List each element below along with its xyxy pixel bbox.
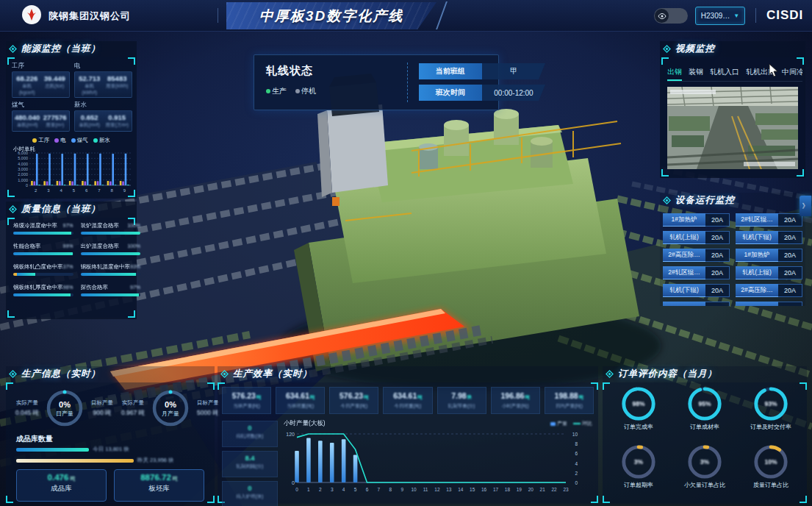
heat-number-select[interactable]: H2309… ▼ [695, 7, 745, 25]
donut-label: 订单成材率 [673, 423, 736, 431]
legend-dot-icon [32, 138, 37, 143]
tile-unit: 吨 [310, 394, 315, 399]
metric-value: 277576 [43, 113, 67, 121]
today-bar [16, 448, 89, 452]
tile-label: 小时产量(吨) [492, 403, 539, 410]
title-plate: 中厚板3D数字化产线 [226, 2, 436, 29]
progress-track [13, 273, 73, 276]
metric-label: 单耗(kWh/t) [77, 83, 102, 95]
tile-value: 634.61吨 [384, 391, 431, 401]
legend-label: 新水 [99, 137, 110, 144]
header-divider [755, 8, 756, 23]
svg-text:0: 0 [295, 487, 298, 492]
orders-panel-title: 订单评价内容（当月） [603, 366, 807, 381]
video-tab-0[interactable]: 出钢 [667, 65, 682, 81]
tile-label: 待入炉坯(块) [223, 493, 276, 500]
svg-text:2: 2 [575, 471, 578, 476]
efficiency-side-tile: 0待入炉坯(块) [222, 481, 278, 506]
device-chip[interactable]: 轧机(下辊)20A [736, 231, 802, 244]
diamond-icon [606, 370, 614, 378]
device-chip[interactable]: 1#加热炉20A [663, 213, 730, 227]
svg-text:5,000: 5,000 [18, 156, 28, 160]
energy-quadrant: 电52.713单耗(kWh/t)85483用量(kWh) [74, 62, 132, 98]
device-chip-label: 2#高压除… [663, 249, 705, 262]
video-tab-3[interactable]: 轧机出口 [746, 65, 775, 81]
quality-metric: 出炉温度合格率100% [81, 243, 141, 255]
visibility-toggle[interactable] [654, 8, 688, 24]
efficiency-tile: 576.23吨当班产量(吨) [222, 387, 271, 414]
progress-fill [13, 273, 35, 276]
legend-label: 电 [60, 137, 66, 144]
ring-gauge: 0% 月产量 [151, 388, 190, 428]
video-tab-1[interactable]: 装钢 [689, 65, 703, 81]
svg-text:20: 20 [528, 487, 534, 492]
quality-metric-row: 出炉温度合格率100% [81, 243, 141, 250]
svg-text:13: 13 [446, 487, 452, 492]
metric-value: 0.915 [105, 113, 130, 121]
progress-fill [13, 252, 73, 255]
order-donut: 98%订单完成率 [607, 385, 670, 443]
shift-team-badge: 当前班组甲 [419, 63, 545, 79]
legend-label: 煤气 [77, 137, 88, 144]
quality-metric-label: 钢板终轧温度命中率 [81, 263, 131, 271]
quality-metric-value: 99% [63, 243, 73, 249]
quadrant-cell: 277576用量(m³) [43, 113, 67, 129]
video-tab-2[interactable]: 轧机入口 [710, 65, 739, 81]
shift-time-badge: 班次时间00:00-12:00 [419, 85, 545, 101]
device-chip[interactable]: 2#轧区辊…20A [663, 266, 730, 279]
quality-metric-row: 装炉温度合格率100% [81, 222, 141, 229]
quadrant-cell: 85483用量(kWh) [105, 74, 130, 95]
efficiency-panel-title: 生产效率（实时） [218, 366, 598, 381]
green-dot-icon [266, 89, 270, 93]
device-chip[interactable]: 轧机(上辊)20A [663, 231, 730, 244]
svg-text:19: 19 [517, 487, 522, 492]
svg-text:4: 4 [342, 487, 345, 492]
tile-label: 当班坯重(吨) [277, 403, 323, 410]
quality-metric-label: 性能合格率 [13, 243, 41, 250]
metric-value: 0.652 [77, 113, 102, 121]
device-chip-label: 2#高压除… [736, 284, 778, 297]
cyan-line-icon [573, 423, 581, 424]
svg-text:2,000: 2,000 [18, 172, 28, 177]
efficiency-side-tile: 0待轧坯数(块) [222, 421, 278, 447]
tile-label: 当班产量(吨) [223, 403, 270, 410]
cctv-video-feed[interactable] [667, 87, 798, 172]
video-camera-tabs: 出钢装钢轧机入口轧机出口中间冷电动辊道 [667, 65, 802, 82]
tile-number: 198.88 [555, 391, 578, 400]
device-chip-value: 20A [778, 231, 802, 244]
panel-collapse-arrow[interactable]: 》 [800, 196, 811, 216]
diamond-icon [9, 205, 17, 213]
today-bar-text: 今日 13,801 块 [93, 446, 129, 453]
blue-square-icon [550, 422, 556, 426]
device-chip-label: 2#轧区辊… [663, 266, 705, 279]
diamond-icon [663, 45, 671, 53]
svg-text:15: 15 [470, 487, 475, 492]
energy-hourly-chart: 1,0002,0003,0004,0005,0006,000023456789 [9, 152, 135, 202]
svg-text:5: 5 [73, 188, 76, 193]
device-chip[interactable]: 2#轧区辊…20A [736, 213, 802, 227]
tile-value: 8.4 [223, 454, 276, 462]
video-tab-4[interactable]: 中间冷 [782, 65, 802, 81]
device-chip[interactable]: 2#高压除…20A [736, 284, 802, 297]
tile-unit: 块 [467, 394, 473, 399]
device-chip[interactable]: 2#高压除…20A [663, 249, 730, 262]
device-chip[interactable]: 1#加热炉20A [736, 249, 802, 262]
energy-quadrant: 新水0.652单耗(m³/t)0.915用量(万m³) [74, 101, 132, 132]
svg-text:10: 10 [572, 432, 578, 437]
panel-quality-info: 质量信息（当班） 堆缓冷温度命中率97%装炉温度合格率100%性能合格率99%出… [6, 202, 137, 319]
device-chip-label [736, 302, 778, 306]
efficiency-tile: 576.23吨今日产量(吨) [329, 387, 378, 414]
svg-text:4: 4 [60, 188, 62, 193]
svg-text:1: 1 [307, 487, 310, 492]
tile-number: 576.23 [232, 391, 256, 400]
svg-text:23: 23 [563, 487, 569, 492]
legend-dot-icon [71, 138, 76, 143]
quadrant-name: 工序 [12, 62, 70, 71]
quality-metric-label: 钢板终轧厚度命中率 [13, 284, 63, 291]
tile-value: 576.23吨 [331, 391, 377, 401]
device-chip[interactable]: 轧机(上辊)20A [736, 266, 802, 279]
device-chip-value: 20A [705, 284, 730, 297]
donut-value: 98% [607, 400, 670, 407]
progress-track [13, 252, 73, 255]
device-chip[interactable]: 轧机(下辊)20A [663, 284, 730, 297]
